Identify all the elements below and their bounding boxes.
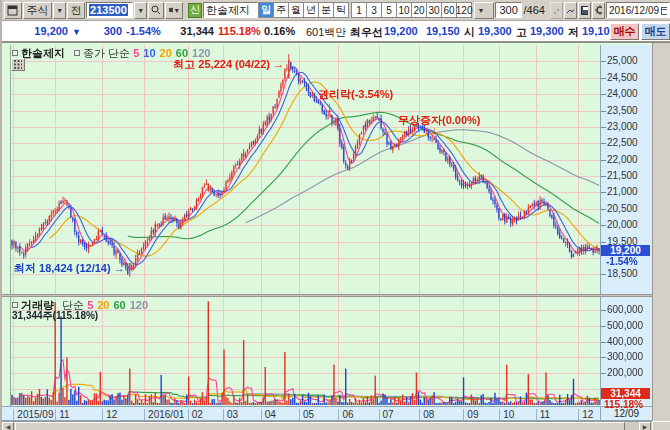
horizontal-scrollbar[interactable]: ◀ ▶ xyxy=(2,421,652,430)
down-arrow-icon: ▼ xyxy=(72,27,81,37)
period-button-주[interactable]: 주 xyxy=(273,2,289,18)
volume-tick: 300,000 xyxy=(607,351,643,362)
minute-button-group: 13510203060120 xyxy=(352,2,472,18)
announce-button[interactable]: ▼ xyxy=(165,2,183,19)
annotation-high: 최고 25,224 (04/22) → xyxy=(132,57,284,72)
trendline-icon xyxy=(567,6,574,15)
calendar-icon[interactable] xyxy=(661,6,667,15)
minute-button-10[interactable]: 10 xyxy=(396,2,412,18)
bar-count-input[interactable]: 300 xyxy=(495,2,523,18)
high-label: 고 xyxy=(516,25,527,40)
price-tick: 18,500 xyxy=(607,268,638,279)
code-input[interactable]: 213500 xyxy=(86,2,133,18)
month-label-07: 07 xyxy=(379,409,394,420)
volume-ma-label-20: 20 xyxy=(97,299,109,311)
price-tick: 24,500 xyxy=(607,72,638,83)
quote-bar: 19,200 ▼ 300 -1.54% 31,344 115.18% 0.16%… xyxy=(2,21,670,42)
best-bid: 19,200 xyxy=(384,25,418,37)
month-label-2016/01: 2016/01 xyxy=(144,409,184,420)
minute-button-3[interactable]: 3 xyxy=(366,2,382,18)
month-label-08: 08 xyxy=(419,409,434,420)
volume-tick: 600,000 xyxy=(607,304,643,315)
month-label-03: 03 xyxy=(223,409,238,420)
popup-window-button[interactable] xyxy=(4,2,22,19)
month-label-09: 09 xyxy=(463,409,478,420)
volume-ma-label-120: 120 xyxy=(130,299,148,311)
right-arrow-icon: → xyxy=(114,262,125,274)
price-tick: 24,000 xyxy=(607,88,638,99)
volume-chart-canvas[interactable] xyxy=(11,297,600,405)
bar-total-label: /464 xyxy=(523,4,549,16)
month-label-12: 12 xyxy=(102,409,117,420)
open-price: 19,300 xyxy=(478,25,512,37)
buy-button[interactable]: 매수 xyxy=(610,23,639,40)
asset-type-select[interactable]: 주식 xyxy=(23,2,53,19)
sell-button[interactable]: 매도 xyxy=(641,23,670,40)
current-volume-marker: 31,344 xyxy=(601,388,650,399)
price-tick: 23,500 xyxy=(607,105,638,116)
price-tick: 25,000 xyxy=(607,55,638,66)
minute-button-60[interactable]: 60 xyxy=(441,2,457,18)
date-field[interactable]: 2016/12/09 xyxy=(606,2,670,18)
chart-menu-button[interactable] xyxy=(11,58,25,71)
down-arrow-icon: ↓ xyxy=(432,124,438,136)
save-button[interactable] xyxy=(578,2,591,19)
period-button-월[interactable]: 월 xyxy=(288,2,304,18)
month-label-11: 11 xyxy=(55,409,69,420)
minute-button-1[interactable]: 1 xyxy=(351,2,367,18)
period-button-년[interactable]: 년 xyxy=(303,2,319,18)
current-price: 19,200 xyxy=(16,25,68,37)
announce-dropdown[interactable]: ▼ xyxy=(173,7,180,14)
minute-button-120[interactable]: 120 xyxy=(456,2,472,18)
price-tick: 20,500 xyxy=(607,203,638,214)
search-button[interactable] xyxy=(148,2,164,19)
month-label-11: 11 xyxy=(536,409,550,420)
minute-button-30[interactable]: 30 xyxy=(426,2,442,18)
time-axis: 2015/0911122016/010203040506070809101112 xyxy=(2,406,652,421)
price-tick: 22,500 xyxy=(607,137,638,148)
period-button-분[interactable]: 분 xyxy=(318,2,334,18)
period-button-일[interactable]: 일 xyxy=(258,2,274,18)
legend-toggle-icon[interactable] xyxy=(74,50,80,56)
interval-dropdown[interactable]: ▼ xyxy=(474,2,494,19)
best-quote-label: 최우선 xyxy=(350,25,383,40)
change-value: 300 xyxy=(94,25,122,37)
volume-tick: 400,000 xyxy=(607,336,643,347)
month-label-02: 02 xyxy=(188,409,203,420)
trendline-button[interactable] xyxy=(564,2,577,19)
minute-button-5[interactable]: 5 xyxy=(381,2,397,18)
annotation-low: 최저 18,424 (12/14) → xyxy=(14,261,125,276)
grid-menu-icon xyxy=(14,60,22,69)
legend-toggle-icon[interactable] xyxy=(12,302,18,308)
jeon-button[interactable]: 전 xyxy=(67,2,85,19)
scroll-right-button[interactable]: ▶ xyxy=(639,422,651,430)
asset-type-dropdown[interactable]: ▼ xyxy=(53,2,66,19)
month-label-2015/09: 2015/09 xyxy=(13,409,53,420)
minute-button-20[interactable]: 20 xyxy=(411,2,427,18)
pane-splitter[interactable] xyxy=(2,294,652,297)
legend-stock-name: 한솔제지 xyxy=(21,47,65,59)
settings-button[interactable] xyxy=(592,2,605,19)
period-button-group: 일주월년분틱 xyxy=(259,2,349,18)
current-price-percent: -1.54% xyxy=(606,256,638,267)
price-tick: 21,500 xyxy=(607,170,638,181)
resize-grip[interactable] xyxy=(652,421,670,430)
code-dropdown[interactable]: ▼ xyxy=(134,2,147,19)
period-button-틱[interactable]: 틱 xyxy=(333,2,349,18)
stock-name-field[interactable]: 한솔제지 xyxy=(203,2,258,18)
right-arrow-icon: → xyxy=(273,58,284,70)
new-stock-badge: 신 xyxy=(188,3,202,18)
compare-button[interactable] xyxy=(550,2,563,19)
open-label: 시 xyxy=(464,25,475,40)
month-label-04: 04 xyxy=(261,409,276,420)
date-value: 2016/12/09 xyxy=(609,5,659,16)
month-label-10: 10 xyxy=(499,409,514,420)
chevron-down-icon: ▼ xyxy=(477,7,490,14)
right-scroll-strip[interactable] xyxy=(652,43,670,430)
scrollbar-thumb[interactable] xyxy=(15,422,625,430)
price-tick: 20,000 xyxy=(607,219,638,230)
change-percent: -1.54% xyxy=(126,25,161,37)
price-chart-canvas[interactable] xyxy=(11,45,600,294)
legend-toggle-icon[interactable] xyxy=(12,50,18,56)
scroll-left-button[interactable]: ◀ xyxy=(2,422,14,430)
